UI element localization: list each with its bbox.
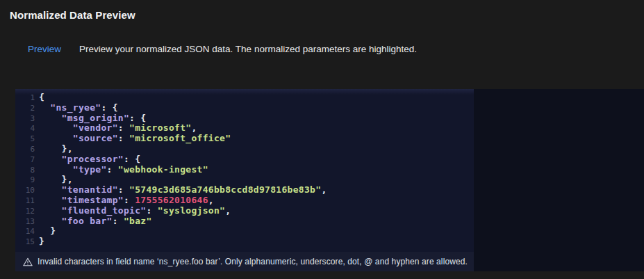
line-number: 5: [15, 134, 35, 145]
code-line-content: }: [39, 226, 56, 237]
code-line-content: {: [39, 93, 44, 103]
code-token-key: "tenantid": [62, 184, 118, 195]
tab-row: Preview Preview your normalized JSON dat…: [28, 44, 417, 54]
code-token-key: "foo bar": [62, 216, 113, 226]
validation-error-message: Invalid characters in field name ‘ns_rye…: [38, 257, 468, 266]
code-line-content: }: [39, 237, 44, 247]
code-line-content: "vendor": "microsoft",: [39, 123, 197, 134]
code-token-str: "webhook-ingest": [118, 164, 208, 175]
code-line: 8 "type": "webhook-ingest": [15, 165, 474, 175]
code-line: 10 "tenantid": "5749c3d685a746bb8ccd8d97…: [15, 185, 474, 196]
code-token-num: 1755562010646: [135, 195, 208, 205]
code-line: 5 "source": "microsoft_office": [15, 134, 474, 144]
code-token-punct: :: [124, 195, 135, 205]
code-token-punct: [39, 216, 62, 226]
warning-triangle-icon: [23, 257, 33, 266]
code-line-content: "foo bar": "baz": [39, 216, 152, 227]
code-token-key: "source": [73, 133, 118, 143]
code-token-key: "ns_ryee": [50, 102, 101, 113]
code-token-punct: [39, 113, 62, 123]
code-token-punct: : {: [129, 113, 146, 123]
code-line: 14 }: [15, 226, 474, 237]
code-token-str: "syslogjson": [158, 205, 226, 216]
code-line: 7 "processor": {: [15, 154, 474, 165]
code-token-punct: [39, 122, 73, 133]
code-line-content: "processor": {: [39, 154, 140, 165]
code-line: 4 "vendor": "microsoft",: [15, 123, 474, 134]
tab-preview[interactable]: Preview: [28, 44, 61, 54]
line-number: 1: [15, 93, 35, 104]
code-line-content: "msg_origin": {: [39, 113, 146, 124]
code-token-punct: ,: [321, 184, 327, 195]
code-line: 6 },: [15, 144, 474, 154]
code-line-content: },: [39, 175, 73, 185]
code-token-punct: [39, 133, 73, 143]
line-number: 6: [15, 145, 35, 155]
normalized-data-preview-section: 1{2 "ns_ryee": {3 "msg_origin": {4 "vend…: [15, 89, 644, 271]
code-line: 12 "fluentd_topic": "syslogjson",: [15, 206, 474, 216]
code-token-key: "msg_origin": [62, 113, 130, 123]
code-token-punct: :: [107, 164, 118, 175]
code-token-punct: },: [39, 143, 73, 154]
line-number: 4: [15, 124, 35, 134]
code-line: 1{: [15, 93, 474, 103]
code-line: 11 "timestamp": 1755562010646,: [15, 196, 474, 206]
code-token-key: "processor": [62, 154, 124, 164]
code-token-punct: : {: [124, 154, 140, 164]
code-token-punct: }: [39, 236, 44, 246]
code-token-punct: [39, 205, 62, 216]
code-token-key: "type": [73, 164, 107, 175]
code-line: 2 "ns_ryee": {: [15, 103, 474, 113]
code-line-content: "type": "webhook-ingest": [39, 165, 208, 175]
code-token-punct: },: [39, 174, 73, 184]
code-token-punct: :: [146, 205, 157, 216]
line-number: 7: [15, 155, 35, 166]
code-line-content: "fluentd_topic": "syslogjson",: [39, 206, 231, 216]
line-number: 15: [15, 237, 35, 248]
code-token-key: "fluentd_topic": [62, 205, 147, 216]
page: { "page": { "title": "Normalized Data Pr…: [0, 0, 644, 279]
line-number: 12: [15, 207, 35, 217]
code-line: 15}: [15, 237, 474, 247]
code-token-str: "microsoft_office": [129, 133, 231, 143]
code-token-punct: [39, 154, 62, 164]
code-line-content: "tenantid": "5749c3d685a746bb8ccd8d97816…: [39, 185, 327, 196]
code-line: 13 "foo bar": "baz": [15, 216, 474, 227]
code-lines: 1{2 "ns_ryee": {3 "msg_origin": {4 "vend…: [15, 93, 474, 247]
line-number: 8: [15, 166, 35, 176]
code-token-str: "microsoft": [129, 122, 191, 133]
json-code-editor: 1{2 "ns_ryee": {3 "msg_origin": {4 "vend…: [15, 89, 474, 271]
code-token-punct: [39, 102, 50, 113]
line-number: 9: [15, 175, 35, 186]
code-token-str: "5749c3d685a746bb8ccd8d97816be83b": [129, 184, 321, 195]
page-title: Normalized Data Preview: [10, 9, 135, 21]
code-token-punct: ,: [191, 122, 197, 133]
tab-description: Preview your normalized JSON data. The n…: [79, 44, 417, 54]
code-token-punct: ,: [225, 205, 231, 216]
validation-error-bar: Invalid characters in field name ‘ns_rye…: [15, 252, 474, 271]
code-token-punct: ,: [208, 195, 214, 205]
line-number: 10: [15, 186, 35, 196]
code-token-punct: :: [118, 184, 129, 195]
code-token-punct: :: [118, 133, 129, 143]
line-number: 3: [15, 114, 35, 125]
code-token-str: "baz": [124, 216, 152, 226]
code-token-punct: :: [113, 216, 124, 226]
code-token-punct: : {: [101, 102, 117, 113]
code-line: 3 "msg_origin": {: [15, 113, 474, 124]
line-number: 14: [15, 227, 35, 237]
code-token-punct: {: [39, 92, 44, 102]
code-token-punct: [39, 164, 73, 175]
code-token-punct: [39, 195, 62, 205]
code-line-content: "timestamp": 1755562010646,: [39, 196, 214, 206]
code-token-key: "timestamp": [62, 195, 124, 205]
code-token-punct: }: [39, 225, 56, 236]
code-token-key: "vendor": [73, 122, 118, 133]
line-number: 2: [15, 104, 35, 114]
line-number: 11: [15, 196, 35, 207]
line-number: 13: [15, 217, 35, 228]
code-line-content: "source": "microsoft_office": [39, 134, 231, 144]
code-line-content: },: [39, 144, 73, 154]
code-token-punct: [39, 184, 62, 195]
code-line-content: "ns_ryee": {: [39, 103, 118, 113]
